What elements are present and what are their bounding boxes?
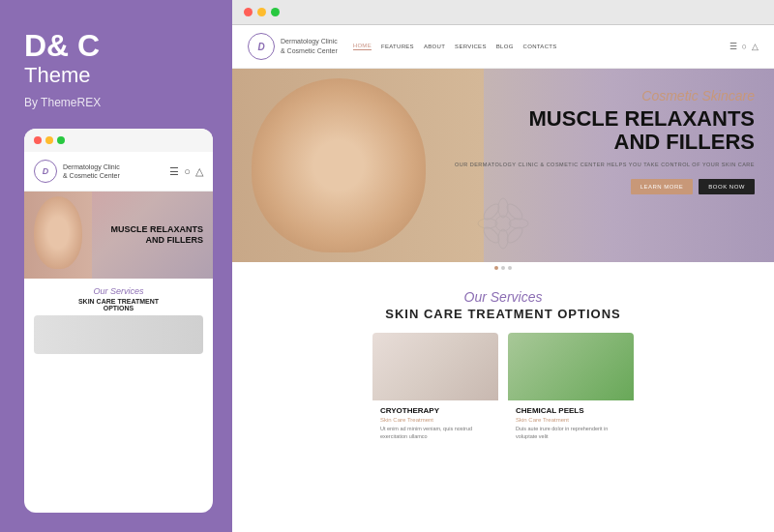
service-card-cryotherapy: CRYOTHERAPY Skin Care Treatment Ut enim … [372, 333, 498, 446]
mobile-service-strip [34, 315, 203, 354]
nav-item-home[interactable]: HOME [353, 43, 372, 50]
service-card-chemical-peels-text: Duis aute irure dolor in reprehenderit i… [516, 426, 626, 440]
mobile-site-header: D Dermatology Clinic & Cosmetic Center ☰… [24, 152, 213, 192]
mobile-logo-icon: D [34, 160, 57, 183]
nav-item-contacts[interactable]: CONTACTS [523, 44, 557, 49]
hero-face-background [232, 69, 484, 262]
dot-green [57, 136, 65, 144]
service-card-cryotherapy-content: CRYOTHERAPY Skin Care Treatment Ut enim … [372, 400, 498, 446]
hero-overlay-content: Cosmetic Skincare MUSCLE RELAXANTS AND F… [455, 88, 755, 194]
dot-red [34, 136, 42, 144]
site-header: D Dermatology Clinic & Cosmetic Center H… [232, 25, 774, 69]
indicator-dot-3 [508, 266, 512, 270]
hero-subtext: OUR DERMATOLOGY CLINIC & COSMETIC CENTER… [455, 162, 755, 167]
site-logo-text: Dermatology Clinic & Cosmetic Center [281, 37, 338, 56]
service-card-chemical-peels-image [508, 333, 634, 400]
service-card-cryotherapy-title: CRYOTHERAPY [380, 406, 491, 415]
nav-item-features[interactable]: FEATURES [381, 44, 414, 49]
browser-dot-green [271, 8, 280, 16]
mobile-services-section: Our Services SKIN CARE TREATMENT OPTIONS [24, 279, 213, 362]
service-card-cryotherapy-text: Ut enim ad minim veniam, quis nostrud ex… [380, 426, 491, 440]
site-search-icon: ○ [742, 42, 747, 51]
svg-point-4 [509, 219, 528, 228]
mobile-hero-text: MUSCLE RELAXANTS AND FILLERS [110, 224, 203, 246]
site-nav[interactable]: HOME FEATURES ABOUT SERVICES BLOG CONTAC… [353, 43, 557, 50]
nav-item-blog[interactable]: BLOG [496, 44, 514, 49]
site-logo: D Dermatology Clinic & Cosmetic Center [248, 33, 338, 60]
mobile-hero-section: MUSCLE RELAXANTS AND FILLERS [24, 192, 213, 279]
service-card-cryotherapy-image [372, 333, 498, 400]
site-hero-section: Cosmetic Skincare MUSCLE RELAXANTS AND F… [232, 69, 774, 262]
nav-item-about[interactable]: ABOUT [424, 44, 445, 49]
browser-content: D Dermatology Clinic & Cosmetic Center H… [232, 25, 774, 532]
hero-headline: MUSCLE RELAXANTS AND FILLERS [455, 107, 755, 154]
left-panel: D& C Theme By ThemeREX D Dermatology Cli… [0, 0, 232, 532]
services-grid: CRYOTHERAPY Skin Care Treatment Ut enim … [252, 333, 755, 446]
site-services-section: Our Services SKIN CARE TREATMENT OPTIONS… [232, 274, 774, 461]
hero-script-text: Cosmetic Skincare [455, 88, 755, 103]
service-card-chemical-peels-content: CHEMICAL PEELS Skin Care Treatment Duis … [508, 400, 634, 446]
book-now-button[interactable]: BOOK NOW [699, 179, 755, 194]
site-nav-icons: ☰ ○ △ [729, 42, 759, 51]
mobile-nav-icons: ☰ ○ △ [169, 165, 203, 178]
theme-title-theme: Theme [24, 63, 213, 88]
hamburger-icon: ☰ [169, 165, 179, 178]
learn-more-button[interactable]: LEARN MORE [631, 179, 694, 194]
right-panel: D Dermatology Clinic & Cosmetic Center H… [232, 0, 774, 532]
indicator-dot-2 [501, 266, 505, 270]
indicator-dot-1 [494, 266, 498, 270]
svg-point-2 [498, 229, 508, 249]
mobile-hero-face-bg [24, 192, 92, 279]
browser-dot-yellow [257, 8, 266, 16]
services-script-text: Our Services [252, 289, 755, 305]
services-heading: SKIN CARE TREATMENT OPTIONS [252, 307, 755, 321]
theme-by-line: By ThemeREX [24, 96, 213, 109]
mobile-preview-card: D Dermatology Clinic & Cosmetic Center ☰… [24, 129, 213, 513]
service-card-chemical-peels: CHEMICAL PEELS Skin Care Treatment Duis … [508, 333, 634, 446]
svg-point-1 [498, 198, 508, 218]
service-card-chemical-peels-title: CHEMICAL PEELS [516, 406, 626, 415]
service-card-chemical-peels-subtitle: Skin Care Treatment [516, 417, 626, 423]
svg-point-3 [478, 219, 497, 228]
browser-dot-red [244, 8, 253, 16]
hero-flower-decoration [464, 194, 542, 252]
mobile-logo-text: Dermatology Clinic & Cosmetic Center [63, 163, 120, 180]
site-cart-icon: △ [752, 42, 759, 51]
site-hamburger-icon: ☰ [729, 42, 737, 51]
hero-buttons: LEARN MORE BOOK NOW [455, 179, 755, 194]
mobile-window-dots [24, 129, 213, 152]
search-icon: ○ [184, 165, 191, 178]
site-logo-icon: D [248, 33, 275, 60]
cart-icon: △ [195, 165, 203, 178]
service-card-cryotherapy-subtitle: Skin Care Treatment [380, 417, 491, 423]
dot-yellow [45, 136, 53, 144]
nav-item-services[interactable]: SERVICES [455, 44, 487, 49]
browser-chrome [232, 0, 774, 25]
hero-dots-indicator [232, 262, 774, 274]
theme-title-bold: D& C [24, 29, 213, 63]
